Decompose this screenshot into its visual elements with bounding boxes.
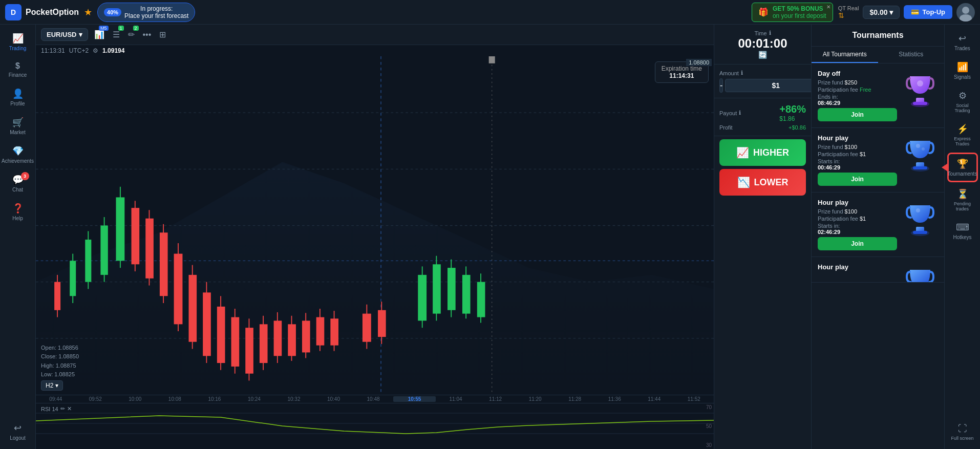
chat-badge: 3 <box>21 172 29 180</box>
sidebar-item-trades[interactable]: ↩ Trades <box>947 29 978 55</box>
tournament-day-off-fee: Free <box>860 87 871 93</box>
grid-button[interactable]: ⊞ <box>157 28 168 41</box>
tab-all-tournaments[interactable]: All Tournaments <box>812 47 878 63</box>
tournament-hour-1-fee-label: Participation fee $1 <box>818 151 897 157</box>
sidebar-label-help: Help <box>12 216 23 221</box>
logout-icon: ↩ <box>14 422 22 434</box>
bonus-banner[interactable]: 🎁 GET 50% BONUS on your first deposit ✕ <box>752 3 833 22</box>
amount-minus-button[interactable]: - <box>719 78 723 93</box>
tournament-day-off-join[interactable]: Join <box>818 108 897 121</box>
full-screen-icon: ⛶ <box>958 423 967 434</box>
sidebar-item-tournaments[interactable]: 🏆 Tournaments <box>947 153 978 182</box>
sidebar-label-logout: Logout <box>10 435 26 441</box>
rsi-levels: 70 50 30 <box>706 403 712 449</box>
higher-button[interactable]: 📈 HIGHER <box>719 139 806 166</box>
chart-area: EUR/USD ▾ 📊 M5 ☰ 1 ✏ 2 ••• ⊞ 11:13:31 UT… <box>36 25 714 449</box>
sidebar-label-finance: Finance <box>9 72 27 78</box>
express-trades-icon: ⚡ <box>957 123 968 135</box>
tournament-hour-2-fee: $1 <box>860 216 866 222</box>
tournament-hour-2-time-label: Starts in: <box>818 223 897 229</box>
ohlc-close: Close: 1.08850 <box>41 352 79 361</box>
svg-rect-79 <box>913 231 927 234</box>
left-sidebar: 📈 Trading $ Finance 👤 Profile 🛒 Market 💎… <box>0 25 36 449</box>
avatar[interactable] <box>956 3 975 22</box>
lower-button[interactable]: 📉 LOWER <box>719 169 806 196</box>
topup-button[interactable]: 💳 Top-Up <box>904 5 952 19</box>
sidebar-item-social-trading[interactable]: ⚙ Social Trading <box>947 86 978 117</box>
sidebar-item-chat[interactable]: 3 💬 Chat <box>3 170 33 197</box>
social-trading-icon: ⚙ <box>958 90 967 101</box>
signals-icon: 📶 <box>957 61 968 73</box>
red-arrow-indicator <box>942 163 948 172</box>
forecast-label: In progress: Place your first forecast <box>124 5 188 19</box>
star-button[interactable]: ★ <box>84 7 92 18</box>
symbol-selector[interactable]: EUR/USD ▾ <box>41 28 88 41</box>
logo-icon: D <box>5 4 22 20</box>
forecast-button[interactable]: 40% In progress: Place your first foreca… <box>97 3 195 22</box>
tournament-hour-2-trophy <box>902 199 938 240</box>
balance-button[interactable]: $0.00 ▾ <box>863 6 900 19</box>
topbar: D PocketOption ★ 40% In progress: Place … <box>0 0 980 25</box>
tournament-hour-2-time: 02:46:29 <box>818 229 897 235</box>
tab-statistics[interactable]: Statistics <box>878 47 945 63</box>
tf-selector[interactable]: H2 ▾ <box>41 380 63 391</box>
settings-icon[interactable]: ⚙ <box>93 47 98 54</box>
svg-rect-70 <box>913 102 927 105</box>
payout-pct: +86% <box>779 103 806 115</box>
symbol-label: EUR/USD <box>47 31 77 38</box>
lower-icon: 📉 <box>737 176 750 188</box>
x-label-4: 10:08 <box>155 396 195 402</box>
sidebar-item-trading[interactable]: 📈 Trading <box>3 29 33 55</box>
tournament-hour-1-join[interactable]: Join <box>818 173 897 186</box>
sidebar-label-express-trades: Express Trades <box>950 136 975 146</box>
x-label-15: 11:36 <box>594 396 634 402</box>
sidebar-item-express-trades[interactable]: ⚡ Express Trades <box>947 119 978 151</box>
pending-trades-icon: ⏳ <box>957 188 968 200</box>
achievements-icon: 💎 <box>12 145 24 157</box>
x-label-6: 10:24 <box>235 396 274 402</box>
rsi-panel: RSI 14 ✏ ✕ 70 50 30 <box>36 403 714 449</box>
x-label-8: 10:40 <box>314 396 354 402</box>
sidebar-label-signals: Signals <box>954 74 971 80</box>
profile-icon: 👤 <box>12 88 24 99</box>
time-refresh-icon: 🔄 <box>719 51 806 59</box>
current-price-display: 1.09194 <box>102 47 124 54</box>
tournament-day-off-prize: $250 <box>845 79 857 85</box>
sidebar-item-achievements[interactable]: 💎 Achievements <box>3 141 33 168</box>
amount-label: Amount ℹ <box>719 70 806 76</box>
bonus-close[interactable]: ✕ <box>826 4 830 10</box>
sidebar-item-help[interactable]: ❓ Help <box>3 199 33 225</box>
more-button[interactable]: ••• <box>141 28 154 41</box>
ohlc-low: Low: 1.08825 <box>41 370 79 379</box>
sidebar-item-logout[interactable]: ↩ Logout <box>3 418 33 445</box>
tf-value: H2 <box>46 382 53 389</box>
trades-icon: ↩ <box>958 33 966 44</box>
sidebar-item-finance[interactable]: $ Finance <box>3 57 33 82</box>
sidebar-item-signals[interactable]: 📶 Signals <box>947 57 978 84</box>
trading-icon: 📈 <box>12 33 24 44</box>
tournament-hour-play-2: Hour play Prize fund $100 Participation … <box>812 193 944 257</box>
time-info-icon: ℹ <box>769 30 771 36</box>
x-label-5: 10:16 <box>195 396 235 402</box>
tournament-day-off-prize-label: Prize fund $250 <box>818 79 897 85</box>
sidebar-label-profile: Profile <box>10 101 25 106</box>
tournament-hour-2-title: Hour play <box>818 199 897 206</box>
tournament-hour-2-prize: $100 <box>845 208 857 215</box>
sidebar-item-pending-trades[interactable]: ⏳ Pending trades <box>947 184 978 216</box>
tournament-hour-1-fee: $1 <box>860 151 866 157</box>
tournament-hour-2-join[interactable]: Join <box>818 237 897 250</box>
timeframe-m5: M5 <box>99 26 109 31</box>
main-layout: 📈 Trading $ Finance 👤 Profile 🛒 Market 💎… <box>0 25 980 449</box>
trophy-blue-3-icon <box>905 266 935 283</box>
price-axis: 1.09200 1.09100 1.09000 1.08964 1.08900 … <box>686 56 714 395</box>
tournament-hour-2-fee-label: Participation fee $1 <box>818 216 897 222</box>
sidebar-item-profile[interactable]: 👤 Profile <box>3 84 33 111</box>
sidebar-item-full-screen[interactable]: ⛶ Full screen <box>947 419 978 445</box>
sidebar-item-hotkeys[interactable]: ⌨ Hotkeys <box>947 218 978 244</box>
sidebar-label-hotkeys: Hotkeys <box>953 234 971 240</box>
sidebar-item-market[interactable]: 🛒 Market <box>3 113 33 139</box>
forecast-pct: 40% <box>104 8 121 16</box>
sidebar-label-trading: Trading <box>9 46 27 51</box>
sidebar-label-market: Market <box>10 130 26 135</box>
payout-label: Payout ℹ <box>719 110 741 116</box>
